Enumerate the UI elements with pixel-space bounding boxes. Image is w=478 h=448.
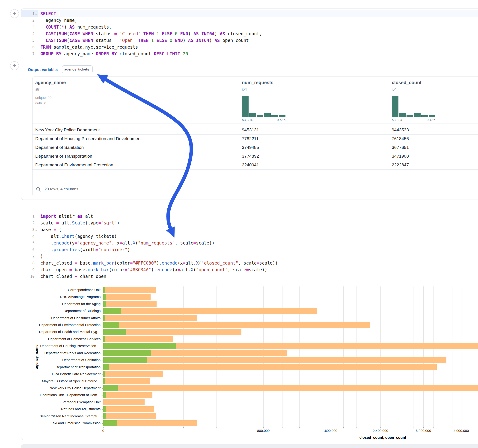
column-stat: nulls: 0: [35, 101, 46, 105]
y-axis-tick: [102, 353, 103, 353]
chart-gridline: [315, 286, 315, 427]
code-line: 4 alt.Chart(agency_tickets): [21, 233, 478, 240]
code-line: 3⌄base = (: [21, 226, 478, 233]
histogram-bar: [421, 115, 428, 117]
code-text: .properties(width="container"): [40, 246, 130, 253]
y-axis-title: agency_name: [35, 322, 39, 391]
chart-bar-closed_count: [103, 364, 437, 370]
line-number: 6: [21, 246, 35, 253]
x-axis-tick: [403, 427, 403, 428]
table-cell: Department of Environmental Protection: [35, 162, 231, 168]
chart-bar-open_count: [103, 336, 105, 342]
code-text: COUNT(*) AS num_requests,: [40, 24, 112, 31]
histogram-bar: [242, 96, 249, 117]
chart-gridline: [452, 286, 453, 427]
output-variable-input[interactable]: agency_tickets: [62, 65, 93, 73]
chart-gridline: [216, 286, 217, 427]
column-header: agency_name: [35, 80, 66, 85]
chart-bar-open_count: [103, 364, 109, 370]
x-axis-tick: [263, 427, 264, 428]
altair-chart: Correspondence UnitDHS Advantage Program…: [0, 282, 478, 447]
y-axis-tick: [102, 332, 103, 332]
add-cell-button-top[interactable]: +: [10, 9, 19, 18]
y-axis-tick: [102, 388, 103, 389]
code-text: alt.Chart(agency_tickets): [40, 233, 117, 240]
y-axis-label: Refunds and Adjustments: [28, 407, 101, 411]
x-axis-tick: [433, 427, 434, 428]
table-row: Department of Transportation377489234719…: [32, 152, 478, 161]
x-axis-tick-label: 3,200,000: [407, 429, 440, 433]
y-axis-tick: [102, 423, 103, 423]
chart-bar-open_count: [103, 315, 105, 321]
chart-gridline: [299, 286, 300, 427]
chart-gridline: [369, 286, 369, 427]
y-axis-tick: [102, 325, 103, 325]
search-icon[interactable]: [36, 187, 41, 192]
x-axis-tick-label: 800,000: [247, 429, 279, 433]
chart-bar-open_count: [103, 406, 106, 412]
y-axis-label: Department for the Aging: [28, 302, 101, 306]
line-number: 5: [21, 240, 35, 246]
column-stat: unique: 20: [35, 96, 51, 100]
code-text: import altair as alt: [40, 213, 93, 220]
chart-gridline: [443, 286, 443, 427]
python-code-editor[interactable]: 1import altair as alt2scale = alt.Scale(…: [21, 213, 478, 280]
x-axis-tick: [461, 427, 461, 428]
chart-bar-open_count: [103, 287, 105, 293]
histogram-range-labels: 53,3049.4e6: [392, 118, 435, 122]
table-cell: 3677651: [392, 145, 475, 150]
chart-gridline: [242, 286, 242, 427]
line-number: 1: [21, 10, 35, 17]
y-axis-tick: [102, 409, 103, 410]
chart-bar-closed_count: [103, 371, 163, 377]
row-count-label: 20 rows, 4 columns: [44, 187, 78, 192]
x-axis-tick: [443, 427, 443, 428]
sql-code-editor[interactable]: 1⌄SELECT 2 agency_name,3 COUNT(*) AS num…: [21, 10, 478, 57]
code-text: chart_closed = base.mark_bar(color="#FFC…: [40, 260, 278, 266]
code-line: 1⌄SELECT: [21, 10, 478, 17]
table-row: Department of Housing Preservation and D…: [32, 134, 478, 143]
x-axis-tick-label: 0: [87, 429, 120, 433]
x-axis-tick: [282, 427, 283, 428]
chart-bar-open_count: [103, 294, 106, 300]
y-axis-label: Department of Consumer Affairs: [28, 316, 101, 320]
histogram-bar: [429, 115, 435, 117]
histogram-max-label: 9.4e6: [427, 118, 435, 122]
line-number: 1: [21, 213, 35, 220]
x-axis-tick-label: 2,400,000: [364, 429, 396, 433]
y-axis-tick: [102, 416, 103, 417]
chart-gridline: [343, 286, 344, 427]
column-header: closed_count: [392, 80, 421, 85]
line-number: 3: [21, 24, 35, 31]
x-axis-tick: [103, 427, 104, 428]
text-cursor: [59, 11, 59, 16]
x-axis-tick: [299, 427, 300, 428]
chart-bar-closed_count: [103, 322, 370, 328]
y-axis-tick: [102, 304, 103, 304]
x-axis-tick: [343, 427, 344, 428]
code-text: .encode(y="agency_name", x=alt.X("num_re…: [40, 240, 214, 246]
code-text: CAST(SUM(CASE WHEN status = 'Closed' THE…: [40, 31, 262, 37]
table-cell: Department of Sanitation: [35, 145, 231, 150]
fold-chevron-icon[interactable]: ⌄: [35, 11, 37, 17]
y-axis-tick: [102, 297, 103, 297]
fold-chevron-icon[interactable]: ⌄: [35, 227, 37, 233]
chart-gridline: [470, 286, 470, 427]
x-axis-tick: [369, 427, 369, 428]
y-axis-tick: [102, 367, 103, 367]
add-cell-button-mid[interactable]: +: [10, 61, 19, 70]
line-number: 2: [21, 220, 35, 226]
output-variable-value: agency_tickets: [64, 67, 89, 71]
chart-bar-open_count: [103, 329, 126, 335]
cell-divider: [21, 60, 478, 60]
y-axis-label: Senior Citizen Rent Increase Exempti…: [28, 414, 101, 418]
x-axis-tick: [330, 427, 330, 428]
chart-bar-open_count: [103, 378, 105, 384]
chart-bar-closed_count: [103, 399, 145, 405]
notebook-page: + + 1⌄SELECT 2 agency_name,3 COUNT(*) AS…: [0, 0, 478, 448]
histogram-bar: [407, 115, 413, 117]
code-line: 1import altair as alt: [21, 213, 478, 220]
y-axis-tick: [102, 381, 103, 381]
column-type: i64: [392, 87, 396, 92]
line-number: 4: [21, 233, 35, 240]
